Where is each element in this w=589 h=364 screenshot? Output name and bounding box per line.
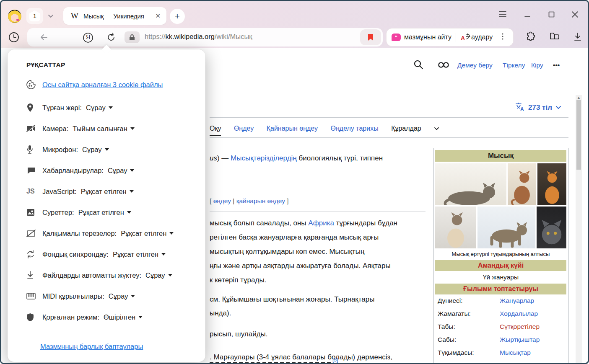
- login-link[interactable]: Кіру: [531, 62, 543, 69]
- family-link[interactable]: Мысықтар: [500, 349, 531, 356]
- dropdown-caret-icon[interactable]: [105, 148, 109, 151]
- permission-value[interactable]: Сұрау: [82, 146, 102, 154]
- permission-row-notifications: Хабарландырулар: Сұрау: [26, 164, 134, 177]
- window-menu-icon[interactable]: [496, 7, 510, 21]
- taxon-row-order: Сабы:Жыртқыштар: [435, 333, 566, 346]
- permission-value[interactable]: Сұрау: [109, 292, 128, 300]
- page-actions-pill: “ мазмұнын айту A аудару: [386, 28, 514, 46]
- cat-photo-tabby-lying[interactable]: [435, 163, 506, 205]
- location-icon: [26, 103, 37, 113]
- translate-button[interactable]: аудару: [471, 34, 493, 41]
- browser-tab[interactable]: W Мысық — Уикипедия ✕: [63, 7, 166, 25]
- history-icon[interactable]: [8, 31, 20, 43]
- read-aloud-button[interactable]: мазмұнын айту: [404, 34, 451, 41]
- sync-icon: [26, 249, 37, 259]
- reload-icon[interactable]: [106, 32, 116, 42]
- window-minimize-icon[interactable]: [521, 7, 535, 21]
- tab-tools[interactable]: Құралдар: [391, 125, 439, 132]
- url-scheme: https://: [145, 33, 166, 40]
- permission-value[interactable]: Сұрау: [145, 271, 165, 279]
- scrollbar-thumb[interactable]: [576, 100, 581, 170]
- tab-list-chevron-icon[interactable]: [46, 13, 56, 20]
- camera-off-icon: [26, 124, 37, 134]
- permission-value[interactable]: Рұқсат етілген: [81, 188, 127, 196]
- dropdown-caret-icon[interactable]: [127, 211, 131, 214]
- africa-link[interactable]: Африка: [308, 219, 334, 227]
- tab-title: Мысық — Уикипедия: [83, 13, 144, 20]
- tab-close-icon[interactable]: ✕: [155, 12, 161, 20]
- search-icon[interactable]: [413, 59, 424, 72]
- site-security-lock-icon[interactable]: [125, 31, 140, 43]
- article-tabs: Оқу Өңдеу Қайнарын өңдеу Өңделу тарихы Қ…: [210, 125, 568, 132]
- language-count: 273 тіл: [528, 103, 552, 112]
- permission-value[interactable]: Рұқсат етілген: [113, 250, 158, 258]
- more-menu-icon[interactable]: •••: [553, 62, 560, 69]
- page-scrollbar[interactable]: ▲ ▼: [576, 95, 582, 364]
- dropdown-caret-icon[interactable]: [130, 190, 134, 193]
- classification-header: Ғылыми топтастыруы: [435, 284, 566, 294]
- permission-value[interactable]: Рұқсат етілген: [78, 209, 124, 217]
- url-path: /wiki/Мысық: [215, 33, 252, 40]
- dropdown-caret-icon[interactable]: [161, 253, 166, 256]
- permission-value[interactable]: Өшірілген: [104, 313, 135, 321]
- back-icon[interactable]: [39, 32, 49, 42]
- kingdom-link[interactable]: Жануарлар: [500, 297, 534, 305]
- order-link[interactable]: Жыртқыштар: [500, 336, 540, 343]
- dropdown-caret-icon[interactable]: [130, 127, 135, 130]
- permission-value[interactable]: Сұрау: [86, 104, 106, 112]
- tab-edit[interactable]: Өңдеу: [234, 125, 254, 132]
- window-maximize-icon[interactable]: [544, 7, 558, 21]
- dropdown-caret-icon[interactable]: [168, 274, 172, 276]
- new-tab-button[interactable]: +: [170, 9, 185, 24]
- dropdown-caret-icon[interactable]: [169, 232, 174, 235]
- bookmark-button[interactable]: [360, 29, 381, 45]
- tab-read[interactable]: Оқу: [210, 125, 221, 136]
- page-actions-menu-icon[interactable]: [501, 32, 504, 42]
- permission-value[interactable]: Сұрау: [108, 167, 127, 175]
- extensions-icon[interactable]: [525, 31, 537, 43]
- address-bar[interactable]: Я https://kk.wikipedia.org/wiki/Мысық: [27, 28, 383, 46]
- taxon-row-class: Табы:Сүтқоретілер: [435, 320, 566, 333]
- url-text[interactable]: https://kk.wikipedia.org/wiki/Мысық: [145, 33, 252, 41]
- appearance-icon[interactable]: [437, 62, 450, 70]
- collections-icon[interactable]: [549, 31, 560, 43]
- downloads-icon[interactable]: [572, 31, 584, 43]
- permission-row-camera: Камера: Тыйым салынған: [26, 122, 135, 135]
- class-link[interactable]: Сүтқоретілер: [500, 323, 540, 330]
- translate-icon: A: [460, 33, 471, 42]
- cat-photo-gray[interactable]: [537, 207, 566, 248]
- permission-value[interactable]: Тыйым салынған: [73, 125, 127, 133]
- dropdown-caret-icon[interactable]: [131, 295, 135, 297]
- dropdown-caret-icon[interactable]: [138, 316, 143, 318]
- language-selector[interactable]: A 273 тіл: [515, 102, 561, 114]
- cookies-link[interactable]: Осы сайтқа арналған 3 cookie файлы: [42, 81, 163, 89]
- tab-counter[interactable]: 1: [26, 8, 43, 24]
- lead-paragraph: us) — Мысықтәрізділердің биологиялық түр…: [210, 151, 383, 165]
- register-link[interactable]: Тіркелу: [503, 62, 525, 69]
- reference-5[interactable]: [5]: [332, 357, 338, 363]
- yandex-home-icon[interactable]: Я: [83, 32, 93, 42]
- cat-photo-tabby-snow[interactable]: [477, 207, 535, 248]
- paragraph-2: см. Құйымшағы шоқтығынан жоғары. Тырнақт…: [210, 292, 375, 320]
- permission-row-protected-mode: Қорғалған режим: Өшірілген: [26, 310, 143, 324]
- cutoff-text-line: [210, 362, 332, 363]
- cat-photo-siamese[interactable]: [435, 207, 476, 248]
- cat-photo-abyssinian[interactable]: [508, 163, 536, 205]
- taxobox-caption: Мысық әртүрлі тұқымдарының алтысы: [435, 248, 566, 260]
- tab-history[interactable]: Өңделу тарихы: [331, 125, 379, 132]
- taxobox-title: Мысық: [435, 150, 566, 162]
- donate-link[interactable]: Демеу беру: [457, 62, 493, 69]
- lead-link[interactable]: Мысықтәрізділердің: [231, 154, 297, 162]
- section-edit-source-link[interactable]: қайнарын өңдеу: [236, 197, 285, 204]
- tab-counter-value: 1: [33, 13, 36, 19]
- tab-edit-source[interactable]: Қайнарын өңдеу: [267, 125, 318, 132]
- window-close-icon[interactable]: [568, 7, 582, 21]
- cat-photo-ginger[interactable]: [537, 163, 566, 205]
- all-content-settings-link[interactable]: Мазмұнның барлық баптаулары: [40, 343, 143, 351]
- section-edit-link[interactable]: өңдеу: [213, 197, 231, 204]
- dropdown-caret-icon[interactable]: [130, 169, 134, 172]
- profile-avatar[interactable]: [8, 10, 21, 23]
- phylum-link[interactable]: Хордалылар: [500, 310, 538, 318]
- permission-value[interactable]: Рұқсат етілген: [121, 230, 166, 238]
- dropdown-caret-icon[interactable]: [109, 106, 113, 109]
